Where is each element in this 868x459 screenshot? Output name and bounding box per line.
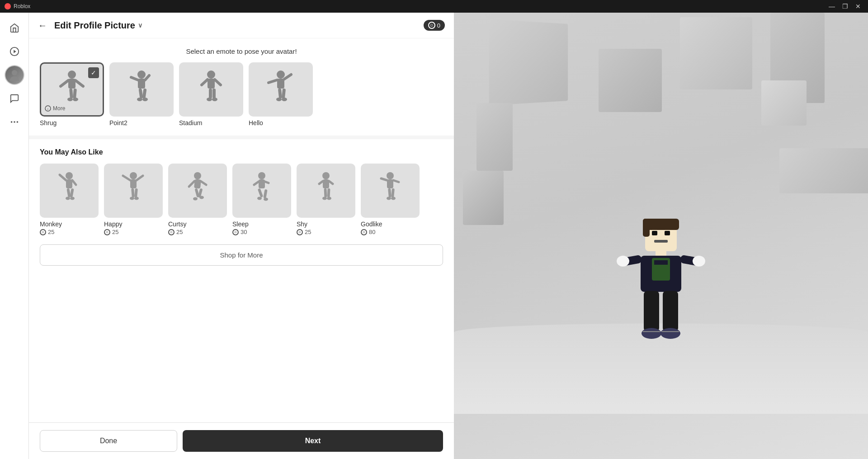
svg-line-9 <box>75 80 83 86</box>
emote-subtitle: Select an emote to pose your avatar! <box>40 47 443 55</box>
svg-line-43 <box>72 180 76 185</box>
minimize-button[interactable]: — <box>826 3 838 9</box>
emote-card-hello[interactable]: Hello <box>249 62 313 126</box>
sidebar-item-chat[interactable] <box>5 89 24 108</box>
svg-point-79 <box>327 197 331 200</box>
point2-pose <box>126 69 157 110</box>
svg-rect-102 <box>644 291 659 332</box>
also-like-card-godlike[interactable]: Godlike ⊙ 80 <box>361 164 420 235</box>
svg-rect-90 <box>643 219 650 237</box>
also-like-price-monkey: ⊙ 25 <box>40 229 99 235</box>
svg-point-70 <box>257 197 262 200</box>
svg-point-80 <box>387 172 394 179</box>
shrug-pose <box>56 69 88 110</box>
svg-point-38 <box>276 98 282 101</box>
app-title: Roblox <box>14 3 30 9</box>
also-like-img-happy <box>104 164 163 218</box>
shop-for-more-button[interactable]: Shop for More <box>40 244 443 266</box>
also-like-card-curtsy[interactable]: Curtsy ⊙ 25 <box>168 164 227 235</box>
emote-card-stadium[interactable]: Stadium <box>179 62 243 126</box>
dropdown-arrow-icon: ∨ <box>138 22 142 29</box>
also-like-card-sleep[interactable]: Sleep ⊙ 30 <box>232 164 291 235</box>
emote-name-shrug: Shrug <box>40 119 104 126</box>
svg-line-18 <box>131 77 138 80</box>
sidebar-item-more[interactable] <box>5 112 24 132</box>
svg-point-12 <box>67 98 73 101</box>
done-button[interactable]: Done <box>40 430 177 452</box>
svg-rect-29 <box>212 89 216 98</box>
also-like-card-happy[interactable]: Happy ⊙ 25 <box>104 164 163 235</box>
robux-coin-shy: ⊙ <box>297 229 303 235</box>
robux-coin-godlike: ⊙ <box>361 229 367 235</box>
price-value-curtsy: 25 <box>176 229 183 235</box>
price-value-shy: 25 <box>305 229 311 235</box>
character-svg <box>616 215 706 387</box>
block-6 <box>476 103 513 171</box>
emote-name-hello: Hello <box>249 119 313 126</box>
app-container: ← Edit Profile Picture ∨ ⊙ 0 Select an e… <box>0 13 868 459</box>
emote-card-point2[interactable]: Point2 <box>109 62 174 126</box>
titlebar-controls[interactable]: — ❐ ✕ <box>826 3 863 9</box>
also-like-section: You May Also Like <box>29 139 454 244</box>
also-like-price-happy: ⊙ 25 <box>104 229 163 235</box>
svg-line-26 <box>202 80 208 85</box>
svg-line-42 <box>60 175 66 180</box>
svg-point-101 <box>693 256 705 267</box>
back-button[interactable]: ← <box>38 20 47 31</box>
svg-line-35 <box>284 75 291 79</box>
svg-point-47 <box>70 197 75 200</box>
emote-grid: ✓ i More Shrug <box>40 62 443 126</box>
svg-point-6 <box>68 70 76 79</box>
robux-badge: ⊙ 0 <box>424 20 445 31</box>
svg-point-40 <box>66 172 73 179</box>
main-content: ← Edit Profile Picture ∨ ⊙ 0 Select an e… <box>29 13 868 459</box>
svg-point-55 <box>134 197 139 200</box>
left-panel: ← Edit Profile Picture ∨ ⊙ 0 Select an e… <box>29 13 454 459</box>
chat-icon <box>9 94 19 103</box>
emote-name-stadium: Stadium <box>179 119 243 126</box>
block-3 <box>680 17 752 89</box>
svg-rect-11 <box>73 89 77 99</box>
sidebar-item-play[interactable] <box>5 42 24 61</box>
emote-img-hello <box>249 62 313 117</box>
svg-line-82 <box>381 178 387 180</box>
svg-line-67 <box>265 182 269 183</box>
svg-point-4 <box>14 121 15 123</box>
emote-card-shrug[interactable]: ✓ i More Shrug <box>40 62 104 126</box>
robux-coin-happy: ⊙ <box>104 229 110 235</box>
svg-rect-10 <box>69 89 73 99</box>
svg-line-58 <box>189 181 194 187</box>
block-8 <box>463 171 504 225</box>
also-like-price-godlike: ⊙ 80 <box>361 229 420 235</box>
svg-text:i: i <box>47 107 48 111</box>
price-value-sleep: 30 <box>241 229 247 235</box>
next-button[interactable]: Next <box>183 430 443 452</box>
svg-point-32 <box>277 70 285 79</box>
monkey-pose <box>53 170 85 211</box>
svg-point-22 <box>137 98 142 101</box>
svg-point-31 <box>212 98 217 101</box>
maximize-button[interactable]: ❐ <box>840 3 851 9</box>
check-mark-shrug: ✓ <box>88 67 99 78</box>
svg-rect-53 <box>134 188 138 197</box>
svg-rect-76 <box>324 188 327 197</box>
svg-line-59 <box>201 181 206 185</box>
app-icon <box>5 3 11 9</box>
right-panel <box>454 13 868 459</box>
svg-rect-97 <box>654 260 668 265</box>
also-like-grid: Monkey ⊙ 25 <box>40 164 443 235</box>
also-like-img-monkey <box>40 164 99 218</box>
svg-rect-28 <box>209 89 212 98</box>
close-button[interactable]: ✕ <box>853 3 863 9</box>
also-like-title: You May Also Like <box>40 148 443 156</box>
sleep-pose <box>246 170 278 211</box>
block-5 <box>761 80 807 126</box>
sidebar-item-avatar[interactable] <box>5 65 24 85</box>
also-like-name-monkey: Monkey <box>40 220 99 228</box>
hello-pose <box>265 69 297 110</box>
also-like-card-shy[interactable]: Shy ⊙ 25 <box>297 164 355 235</box>
also-like-card-monkey[interactable]: Monkey ⊙ 25 <box>40 164 99 235</box>
svg-point-104 <box>642 328 661 339</box>
svg-point-64 <box>258 172 265 179</box>
sidebar-item-home[interactable] <box>5 18 24 38</box>
